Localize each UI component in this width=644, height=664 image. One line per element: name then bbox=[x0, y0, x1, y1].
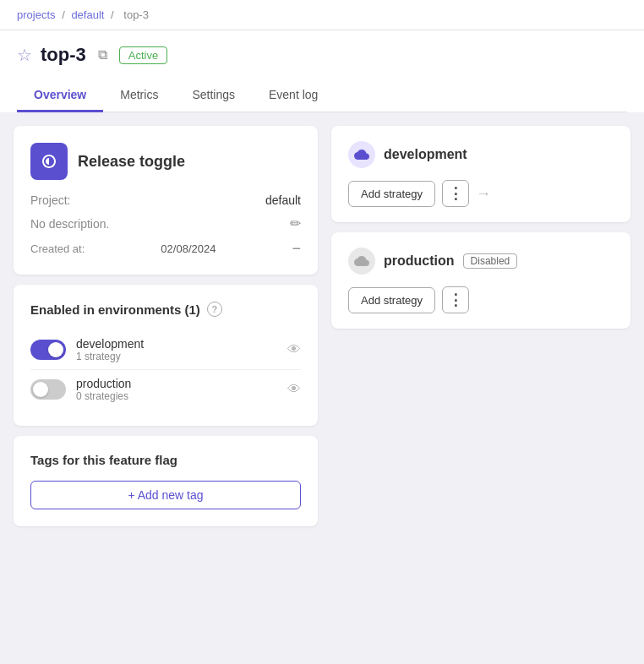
dots-menu-development[interactable]: ⋮ bbox=[442, 180, 469, 207]
tab-settings[interactable]: Settings bbox=[175, 79, 252, 112]
star-icon[interactable]: ☆ bbox=[17, 45, 32, 65]
add-strategy-button-production[interactable]: Add strategy bbox=[348, 287, 435, 313]
strategy-name-production: production bbox=[384, 253, 455, 269]
project-label: Project: bbox=[30, 193, 70, 207]
add-tag-button[interactable]: + Add new tag bbox=[30, 481, 301, 509]
flag-name: Release toggle bbox=[78, 153, 185, 171]
eye-icon-development[interactable]: 👁 bbox=[287, 342, 301, 357]
cloud-icon-development bbox=[348, 141, 375, 168]
env-info-development: development 1 strategy bbox=[76, 337, 277, 362]
add-strategy-button-development[interactable]: Add strategy bbox=[348, 181, 435, 207]
page-title: top-3 bbox=[41, 44, 86, 66]
breadcrumb-projects[interactable]: projects bbox=[17, 8, 56, 21]
flag-description: No description. bbox=[30, 217, 109, 231]
disabled-badge-production: Disabled bbox=[463, 253, 518, 269]
tab-metrics[interactable]: Metrics bbox=[103, 79, 175, 112]
dots-menu-production[interactable]: ⋮ bbox=[442, 286, 469, 313]
arrow-icon-development: → bbox=[476, 185, 491, 203]
strategy-card-production: production Disabled Add strategy ⋮ bbox=[331, 232, 630, 329]
tags-title: Tags for this feature flag bbox=[30, 453, 301, 467]
environments-card: Enabled in environments (1) ? developmen… bbox=[14, 285, 318, 426]
flag-info-card: Release toggle Project: default No descr… bbox=[14, 126, 318, 275]
minus-icon[interactable]: − bbox=[292, 240, 301, 258]
status-badge: Active bbox=[119, 46, 167, 64]
breadcrumb: projects / default / top-3 bbox=[0, 0, 644, 30]
eye-icon-production[interactable]: 👁 bbox=[287, 382, 301, 397]
environments-title: Enabled in environments (1) bbox=[30, 302, 200, 317]
created-value: 02/08/2024 bbox=[161, 242, 216, 255]
toggle-production[interactable] bbox=[30, 379, 66, 400]
tab-bar: Overview Metrics Settings Event log bbox=[17, 79, 627, 112]
edit-icon[interactable]: ✏ bbox=[290, 215, 301, 231]
tab-event-log[interactable]: Event log bbox=[252, 79, 335, 112]
breadcrumb-sep1: / bbox=[62, 8, 68, 21]
env-strategies-development: 1 strategy bbox=[76, 351, 277, 362]
flag-icon bbox=[30, 143, 68, 180]
env-name-development: development bbox=[76, 337, 277, 351]
cloud-icon-production bbox=[348, 248, 375, 275]
tab-overview[interactable]: Overview bbox=[17, 79, 103, 112]
left-column: Release toggle Project: default No descr… bbox=[14, 126, 318, 526]
help-icon[interactable]: ? bbox=[207, 302, 222, 317]
strategy-name-development: development bbox=[384, 147, 467, 162]
breadcrumb-default[interactable]: default bbox=[71, 8, 104, 21]
env-row-production: production 0 strategies 👁 bbox=[30, 370, 301, 409]
right-column: development Add strategy ⋮ → production … bbox=[331, 126, 630, 526]
toggle-development[interactable] bbox=[30, 340, 66, 360]
main-content: Release toggle Project: default No descr… bbox=[0, 112, 644, 540]
project-value: default bbox=[265, 193, 301, 207]
breadcrumb-sep2: / bbox=[111, 8, 117, 21]
env-info-production: production 0 strategies bbox=[76, 377, 277, 402]
tags-card: Tags for this feature flag + Add new tag bbox=[14, 436, 318, 526]
page-header: ☆ top-3 ⧉ Active Overview Metrics Settin… bbox=[0, 30, 644, 112]
breadcrumb-current: top-3 bbox=[123, 8, 149, 21]
env-strategies-production: 0 strategies bbox=[76, 390, 277, 402]
env-name-production: production bbox=[76, 377, 277, 390]
copy-icon[interactable]: ⧉ bbox=[95, 46, 111, 64]
strategy-card-development: development Add strategy ⋮ → bbox=[331, 126, 630, 222]
created-label: Created at: bbox=[30, 242, 85, 255]
env-row-development: development 1 strategy 👁 bbox=[30, 330, 301, 370]
